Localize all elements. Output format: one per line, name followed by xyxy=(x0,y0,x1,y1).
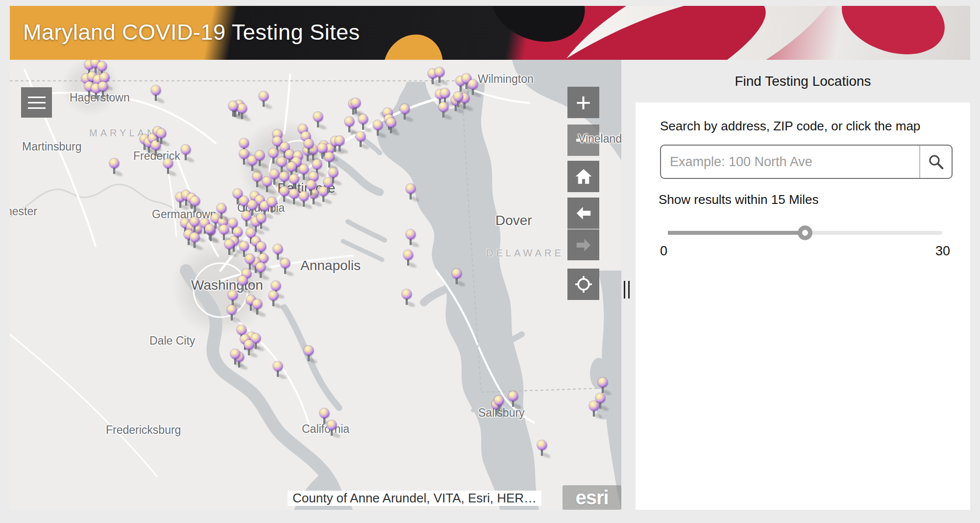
map-pin testing-site-pin[interactable] xyxy=(238,275,247,293)
map-pin testing-site-pin[interactable] xyxy=(217,203,226,221)
map-pin testing-site-pin[interactable] xyxy=(468,79,478,97)
map-pin testing-site-pin[interactable] xyxy=(403,250,413,268)
map-pin testing-site-pin[interactable] xyxy=(335,136,344,153)
map-pin testing-site-pin[interactable] xyxy=(344,117,354,134)
map-pin testing-site-pin[interactable] xyxy=(351,98,361,116)
map-attribution: County of Anne Arundel, VITA, Esri, HER… xyxy=(288,491,541,506)
map-pin testing-site-pin[interactable] xyxy=(453,92,463,109)
map-pin testing-site-pin[interactable] xyxy=(358,114,368,132)
map-pin testing-site-pin[interactable] xyxy=(386,118,396,135)
panel-resize-handle[interactable] xyxy=(622,281,632,299)
pin-head xyxy=(304,139,314,149)
map-pin testing-site-pin[interactable] xyxy=(400,104,410,122)
map-pin testing-site-pin[interactable] xyxy=(252,172,262,189)
map-pin testing-site-pin[interactable] xyxy=(227,305,237,323)
radius-label: Show results within 15 Miles xyxy=(659,192,819,207)
map-pin testing-site-pin[interactable] xyxy=(306,180,316,198)
map-canvas[interactable]: WilmingtonHagerstownMARYLANDMartinsburgF… xyxy=(10,60,621,510)
pin-head xyxy=(324,152,334,162)
map-pin testing-site-pin[interactable] xyxy=(280,258,290,276)
map-pin testing-site-pin[interactable] xyxy=(230,349,240,367)
map-pin testing-site-pin[interactable] xyxy=(299,164,309,182)
pin-head xyxy=(205,224,215,234)
map-label-fredericksburg: Fredericksburg xyxy=(106,423,181,437)
map-pin testing-site-pin[interactable] xyxy=(190,196,200,214)
map-pin testing-site-pin[interactable] xyxy=(589,401,599,419)
map-pin testing-site-pin[interactable] xyxy=(328,168,338,185)
pin-head xyxy=(589,401,599,411)
map-pin testing-site-pin[interactable] xyxy=(205,224,215,242)
map-pin testing-site-pin[interactable] xyxy=(279,186,289,204)
home-button home-icon[interactable] xyxy=(567,161,599,192)
pin-head xyxy=(256,242,266,251)
map-pin testing-site-pin[interactable] xyxy=(269,291,278,308)
pin-head xyxy=(289,189,299,199)
pin-head xyxy=(227,305,237,315)
map-pin testing-site-pin[interactable] xyxy=(156,128,166,146)
radius-slider[interactable] xyxy=(668,225,942,241)
map-pin testing-site-pin[interactable] xyxy=(304,139,314,156)
map-pin testing-site-pin[interactable] xyxy=(228,101,238,119)
map-pin testing-site-pin[interactable] xyxy=(508,391,518,409)
map-label-dover: Dover xyxy=(495,213,532,228)
app-header maryland-flag-banner: Maryland COVID-19 Testing Sites xyxy=(10,6,970,60)
search-button[interactable] xyxy=(919,146,952,178)
map-pin testing-site-pin[interactable] xyxy=(190,217,199,234)
pin-head xyxy=(358,114,368,124)
pin-head xyxy=(151,85,161,95)
pin-head xyxy=(99,73,109,82)
map-pin testing-site-pin[interactable] xyxy=(244,340,254,357)
map-pin testing-site-pin[interactable] xyxy=(439,102,448,120)
zoom-in-button plus-icon[interactable]: + xyxy=(567,87,599,118)
map-pin testing-site-pin[interactable] xyxy=(259,91,269,109)
pin-head xyxy=(287,162,296,172)
map-pin testing-site-pin[interactable] xyxy=(537,440,547,458)
pin-head xyxy=(468,79,478,89)
next-extent-button arrow-right-icon[interactable] xyxy=(567,229,599,260)
pin-head xyxy=(508,391,518,401)
pin-head xyxy=(313,112,323,122)
hamburger-bar xyxy=(28,107,46,109)
map-pin testing-site-pin[interactable] xyxy=(324,152,334,170)
search-input[interactable] xyxy=(661,146,919,178)
pin-head xyxy=(273,244,283,254)
map-pin testing-site-pin[interactable] xyxy=(406,184,416,201)
slider-handle[interactable] xyxy=(798,225,812,240)
map-pin testing-site-pin[interactable] xyxy=(406,229,416,247)
map-pin testing-site-pin[interactable] xyxy=(304,346,314,363)
map-pin testing-site-pin[interactable] xyxy=(242,211,251,228)
map-pin testing-site-pin[interactable] xyxy=(181,145,191,162)
map-pin testing-site-pin[interactable] xyxy=(289,189,299,206)
map-pin testing-site-pin[interactable] xyxy=(373,120,383,138)
map-pin testing-site-pin[interactable] xyxy=(252,299,262,317)
pin-head xyxy=(598,377,608,387)
locate-me-button crosshair-icon[interactable] xyxy=(567,269,599,300)
map-pin testing-site-pin[interactable] xyxy=(402,289,412,307)
map-pin testing-site-pin[interactable] xyxy=(598,377,608,395)
map-pin testing-site-pin[interactable] xyxy=(452,269,462,286)
map-pin testing-site-pin[interactable] xyxy=(98,81,108,99)
map-pin testing-site-pin[interactable] xyxy=(273,361,283,379)
menu-button hamburger-icon[interactable] xyxy=(21,87,52,118)
map-pin testing-site-pin[interactable] xyxy=(494,396,504,413)
map-pin testing-site-pin[interactable] xyxy=(255,150,265,168)
map-pin testing-site-pin[interactable] xyxy=(267,197,277,215)
pin-head xyxy=(237,103,247,113)
pin-head xyxy=(344,117,354,126)
map-pin testing-site-pin[interactable] xyxy=(190,232,199,250)
map-pin testing-site-pin[interactable] xyxy=(356,131,366,149)
map-label-delaware: DELAWARE xyxy=(486,248,564,259)
map-pin testing-site-pin[interactable] xyxy=(224,239,234,257)
pin-head xyxy=(279,172,289,181)
pin-head xyxy=(335,136,344,146)
map-pin testing-site-pin[interactable] xyxy=(435,67,444,85)
pin-head xyxy=(299,164,309,174)
map-pin testing-site-pin[interactable] xyxy=(256,213,266,231)
map-pin testing-site-pin[interactable] xyxy=(163,158,173,176)
pin-head xyxy=(239,241,249,251)
map-pin testing-site-pin[interactable] xyxy=(109,158,119,176)
map-pin testing-site-pin[interactable] xyxy=(327,420,337,438)
previous-extent-button arrow-left-icon[interactable] xyxy=(567,198,599,229)
map-pin testing-site-pin[interactable] xyxy=(151,85,161,103)
map-pin testing-site-pin[interactable] xyxy=(313,112,323,129)
